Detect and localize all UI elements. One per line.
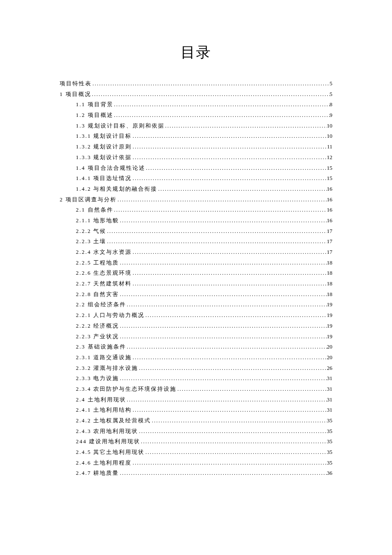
toc-entry: 1.4 项目合法合规性论述15	[60, 163, 332, 174]
toc-entry: 2.4.7 耕地质量36	[60, 468, 332, 479]
toc-leader-dots	[119, 468, 327, 479]
toc-leader-dots	[132, 405, 327, 416]
toc-entry-label: 1.3.1 规划设计目标	[76, 131, 132, 142]
toc-entry: 2.4 土地利用现状31	[60, 395, 332, 405]
toc-entry: 2.2.2 气候17	[60, 226, 332, 237]
toc-leader-dots	[138, 363, 327, 374]
toc-leader-dots	[176, 384, 327, 395]
toc-leader-dots	[92, 78, 330, 89]
toc-entry: 2.4.2 土地权属及经营模式35	[60, 416, 332, 426]
toc-entry-page: 35	[327, 447, 332, 458]
toc-leader-dots	[132, 458, 327, 468]
toc-leader-dots	[132, 268, 327, 279]
toc-entry-page: 19	[327, 310, 332, 321]
toc-entry: 2.2.3 土壤17	[60, 236, 332, 247]
toc-entry: 1.3.1 规划设计目标10	[60, 131, 332, 142]
toc-entry-page: 19	[327, 299, 332, 310]
toc-entry-label: 2.2.8 自然灾害	[76, 289, 119, 300]
toc-leader-dots	[132, 173, 327, 184]
toc-entry-label: 2.4.3 农用地利用现状	[76, 426, 138, 437]
toc-leader-dots	[151, 416, 327, 426]
toc-entry-label: 2.2.3 产业状况	[76, 331, 119, 342]
toc-entry-page: 20	[327, 352, 332, 363]
toc-entry-page: 11	[327, 142, 332, 152]
toc-entry-label: 项目特性表	[60, 78, 92, 89]
toc-title: 目录	[60, 43, 332, 62]
toc-leader-dots	[132, 152, 327, 163]
toc-entry-page: 5	[330, 78, 333, 89]
toc-entry-page: 35	[327, 436, 332, 447]
toc-entry-label: 2.2.2 气候	[76, 226, 106, 237]
toc-leader-dots	[106, 236, 327, 247]
toc-leader-dots	[132, 247, 327, 258]
toc-entry-page: 36	[327, 468, 332, 479]
toc-entry-label: 1 项目概况	[60, 89, 91, 100]
toc-entry-label: 2.3.2 灌溉与排水设施	[76, 363, 138, 374]
toc-entry-page: 10	[327, 121, 332, 131]
toc-entry: 1.3.3 规划设计依据12	[60, 152, 332, 163]
toc-entry-label: 1.3.3 规划设计依据	[76, 152, 132, 163]
toc-entry: 2.2.3 产业状况19	[60, 331, 332, 342]
toc-entry-label: 2.2.2 经济概况	[76, 321, 119, 331]
toc-entry-page: 35	[327, 426, 332, 437]
toc-entry-label: 2.2.5 工程地质	[76, 258, 119, 268]
toc-entry: 2.2.1 人口与劳动力概况19	[60, 310, 332, 321]
toc-leader-dots	[119, 321, 327, 331]
toc-entry: 2.2.7 天然建筑材料18	[60, 279, 332, 289]
toc-entry-label: 2.2.6 生态景观环境	[76, 268, 132, 279]
toc-entry: 2.2.8 自然灾害18	[60, 289, 332, 300]
toc-leader-dots	[132, 352, 327, 363]
toc-entry: 2.1.1 地形地貌16	[60, 215, 332, 226]
toc-entry-label: 2.2 组会经济条件	[76, 299, 126, 310]
toc-entry: 244 建设用地利用现状35	[60, 436, 332, 447]
toc-leader-dots	[119, 373, 327, 384]
toc-entry-page: 31	[327, 373, 332, 384]
toc-entry-label: 2.3.1 道路交通设施	[76, 352, 132, 363]
toc-entry: 1.4.2 与相关规划的融合衔接16	[60, 184, 332, 195]
toc-entry-label: 1.4.2 与相关规划的融合衔接	[76, 184, 157, 195]
toc-entry: 2.3.4 农田防护与生态环境保持设施31	[60, 384, 332, 395]
toc-entry-label: 2.4.5 其它土地利用现状	[76, 447, 144, 458]
toc-entry-page: 20	[327, 342, 332, 352]
toc-entry-label: 2.2.1 人口与劳动力概况	[76, 310, 144, 321]
toc-entry-label: 2.2.4 水文与水资源	[76, 247, 132, 258]
toc-leader-dots	[119, 258, 327, 268]
toc-entry: 2.4.6 土地利用程度35	[60, 458, 332, 468]
toc-leader-dots	[164, 121, 327, 131]
toc-entry-page: 17	[327, 247, 332, 258]
toc-entry-label: 2 项目区调查与分析	[60, 195, 117, 205]
toc-entry-label: 2.4.2 土地权属及经营模式	[76, 416, 151, 426]
toc-entry: 2.3.2 灌溉与排水设施26	[60, 363, 332, 374]
toc-entry-label: 1.2 项目概述	[76, 110, 113, 121]
toc-entry-page: 35	[327, 458, 332, 468]
toc-entry-label: 2.3.4 农田防护与生态环境保持设施	[76, 384, 176, 395]
toc-leader-dots	[138, 426, 327, 437]
toc-entry-page: 10	[327, 131, 332, 142]
toc-entry: 2.4.5 其它土地利用现状35	[60, 447, 332, 458]
toc-entry-page: 5	[330, 89, 333, 100]
toc-entry-page: 31	[327, 395, 332, 405]
toc-entry: 2.2 组会经济条件19	[60, 299, 332, 310]
toc-entry-page: 18	[327, 258, 332, 268]
toc-entry: 2.3 基础设施条件20	[60, 342, 332, 352]
toc-entry-label: 2.3.3 电力设施	[76, 373, 119, 384]
toc-leader-dots	[126, 342, 327, 352]
toc-entry-page: 12	[327, 152, 332, 163]
toc-entry-label: 2.1 自然条件	[76, 205, 113, 215]
toc-leader-dots	[157, 184, 327, 195]
toc-entry-page: 26	[327, 363, 332, 374]
toc-leader-dots	[132, 142, 327, 152]
toc-leader-dots	[91, 89, 330, 100]
toc-entry-label: 1.3.2 规划设计原则	[76, 142, 132, 152]
toc-entry-label: 2.4 土地利用现状	[76, 395, 126, 405]
toc-entry: 1.1 项目背景8	[60, 99, 332, 110]
toc-leader-dots	[113, 205, 327, 215]
toc-entry-label: 1.1 项目背景	[76, 99, 113, 110]
toc-entry: 2.2.2 经济概况19	[60, 321, 332, 331]
toc-leader-dots	[126, 299, 327, 310]
toc-entry: 项目特性表5	[60, 78, 332, 89]
toc-entry-page: 17	[327, 236, 332, 247]
toc-leader-dots	[140, 436, 327, 447]
toc-entry-page: 8	[330, 99, 333, 110]
toc-entry-page: 18	[327, 268, 332, 279]
